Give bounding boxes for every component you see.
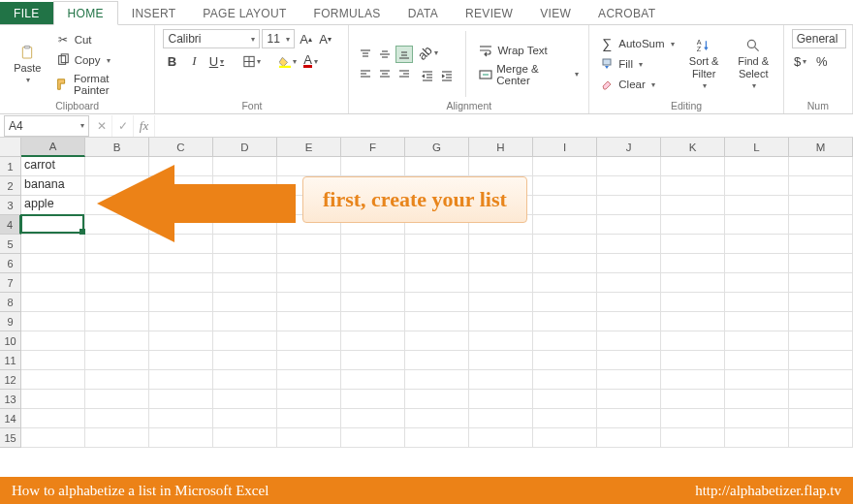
tab-home[interactable]: HOME [53,1,118,25]
cell[interactable] [597,215,661,235]
cell[interactable] [405,157,469,176]
cell[interactable] [405,293,469,312]
cell[interactable] [85,409,149,428]
row-header[interactable]: 13 [0,390,21,409]
cell[interactable] [213,370,277,390]
cell[interactable] [277,409,341,428]
format-painter-button[interactable]: Format Painter [53,72,147,97]
cell[interactable] [213,235,277,254]
cell[interactable] [85,428,149,448]
cell[interactable] [277,370,341,390]
find-select-button[interactable]: Find & Select [732,29,775,99]
cell[interactable] [469,215,533,235]
cell[interactable] [405,428,469,448]
cell[interactable] [661,235,725,254]
cell[interactable] [213,428,277,448]
col-header-K[interactable]: K [661,138,725,157]
cell[interactable] [213,273,277,293]
cell[interactable]: banana [21,176,85,196]
cell[interactable]: apple [21,196,85,215]
cell[interactable] [469,176,533,196]
cell[interactable] [597,157,661,176]
cell[interactable] [533,370,597,390]
cell[interactable] [661,254,725,273]
cell[interactable] [661,351,725,370]
cell[interactable] [149,312,213,331]
cell[interactable] [149,215,213,235]
cell[interactable] [661,331,725,351]
cell[interactable] [149,254,213,273]
cell[interactable] [341,196,405,215]
align-right-button[interactable] [395,65,413,82]
cell[interactable] [725,293,789,312]
col-header-A[interactable]: A [21,138,85,157]
align-bottom-button[interactable] [395,46,413,63]
cell[interactable] [469,409,533,428]
cell[interactable] [469,312,533,331]
cell[interactable] [213,390,277,409]
tab-formulas[interactable]: FORMULAS [300,2,395,24]
cell[interactable] [21,293,85,312]
cell[interactable] [149,370,213,390]
paste-button[interactable]: Paste [8,29,47,99]
cell[interactable] [597,428,661,448]
cell[interactable] [597,176,661,196]
cell[interactable] [341,215,405,235]
row-header[interactable]: 12 [0,370,21,390]
cell[interactable] [21,370,85,390]
cell[interactable] [533,235,597,254]
font-color-button[interactable]: A [301,52,319,70]
cell[interactable] [789,312,853,331]
cell[interactable] [405,370,469,390]
cell[interactable] [533,273,597,293]
cell[interactable] [597,235,661,254]
percent-button[interactable]: % [813,52,831,70]
cell[interactable] [213,331,277,351]
cell[interactable] [341,235,405,254]
cell[interactable] [469,273,533,293]
cell[interactable] [789,254,853,273]
tab-page-layout[interactable]: PAGE LAYOUT [189,2,300,24]
col-header-B[interactable]: B [85,138,149,157]
cell[interactable] [149,273,213,293]
cell[interactable] [341,331,405,351]
cell[interactable] [469,331,533,351]
cell[interactable] [213,196,277,215]
cell[interactable] [21,273,85,293]
cell[interactable] [661,409,725,428]
cell[interactable] [469,235,533,254]
cell[interactable] [725,254,789,273]
cell[interactable] [597,293,661,312]
cell[interactable] [405,312,469,331]
name-box[interactable]: A4 ▾ [4,115,89,137]
cell[interactable] [661,370,725,390]
cell[interactable] [277,293,341,312]
cell[interactable] [405,351,469,370]
cell[interactable] [85,157,149,176]
cell[interactable] [21,254,85,273]
cell[interactable] [789,235,853,254]
tab-data[interactable]: DATA [395,2,452,24]
cell[interactable] [405,235,469,254]
cell[interactable] [149,235,213,254]
shrink-font-button[interactable]: A▾ [316,30,333,47]
cell[interactable] [725,273,789,293]
cell[interactable] [277,196,341,215]
cell[interactable] [789,176,853,196]
borders-button[interactable] [243,52,261,70]
col-header-D[interactable]: D [213,138,277,157]
cell[interactable] [789,273,853,293]
col-header-F[interactable]: F [341,138,405,157]
cancel-formula-button[interactable]: ✕ [91,115,112,137]
cell[interactable] [21,331,85,351]
cell[interactable] [533,196,597,215]
col-header-M[interactable]: M [789,138,853,157]
cell[interactable] [533,176,597,196]
row-header[interactable]: 8 [0,293,21,312]
cell[interactable] [789,157,853,176]
row-header[interactable]: 5 [0,235,21,254]
row-header[interactable]: 15 [0,428,21,448]
cell[interactable] [85,351,149,370]
cell[interactable] [277,176,341,196]
cell[interactable] [725,157,789,176]
